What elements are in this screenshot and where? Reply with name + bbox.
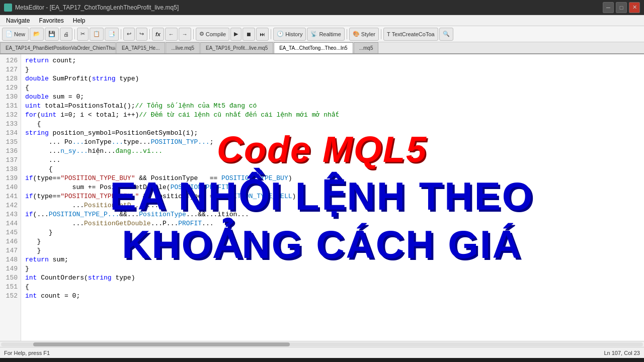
app-icon [4, 4, 12, 12]
sep5 [271, 29, 271, 39]
search-icon: 🔍 [443, 31, 450, 37]
window-title: MetaEditor - [EA_TAP17_ChotTongLenhTheoP… [15, 4, 179, 11]
textcreate-button[interactable]: T TextCreateCoToa [383, 28, 438, 41]
title-bar: MetaEditor - [EA_TAP17_ChotTongLenhTheoP… [0, 0, 644, 15]
code-line-147: } [25, 246, 640, 255]
code-line-149: } [25, 264, 640, 274]
code-line-136: ...n_sy...hiện...đang...vi... [25, 147, 640, 156]
code-line-138: { [25, 165, 640, 174]
stop-button[interactable]: ⏹ [243, 28, 255, 41]
sep2 [121, 29, 121, 39]
close-button[interactable]: ✕ [629, 2, 640, 13]
sep3 [149, 29, 150, 39]
cut-button[interactable]: ✂ [77, 28, 89, 41]
code-content[interactable]: return count; } double SumProfit(string … [21, 54, 644, 341]
tab-0[interactable]: EA_TAP14_PhanBietPositionVaOrder_ChienTh… [0, 42, 116, 53]
code-line-151: { [25, 283, 640, 292]
code-line-135: ... Po...ionType...type...POSITION_TYP..… [25, 138, 640, 147]
styler-icon: 🎨 [353, 31, 360, 37]
sep6 [347, 29, 347, 39]
code-line-133: { [25, 120, 640, 129]
code-line-129: { [25, 83, 640, 93]
forward-button[interactable]: → [179, 28, 191, 41]
toolbar: 📄 New 📂 💾 🖨 ✂ 📋 📑 ↩ ↪ fx ← → ⚙ Compile ▶… [0, 26, 644, 42]
stop-icon: ⏹ [246, 31, 252, 37]
scroll-thumb[interactable] [33, 342, 290, 346]
menu-help[interactable]: Help [69, 16, 90, 25]
undo-button[interactable]: ↩ [123, 28, 135, 41]
status-position: Ln 107, Col 23 [604, 350, 640, 356]
horizontal-scrollbar[interactable] [0, 341, 644, 347]
menu-bar: Navigate Favorites Help [0, 15, 644, 26]
copy-button[interactable]: 📋 [90, 28, 104, 41]
open-button[interactable]: 📂 [30, 28, 44, 41]
copy-icon: 📋 [93, 31, 100, 37]
code-line-128: double SumProfit(string type) [25, 74, 640, 83]
maximize-button[interactable]: □ [616, 2, 627, 13]
step-icon: ⏭ [260, 31, 265, 37]
code-line-143: if(...POSITION_TYPE_P...&&...PositionTyp… [25, 210, 640, 219]
new-icon: 📄 [6, 31, 13, 37]
cut-icon: ✂ [80, 31, 85, 37]
code-line-131: uint total=PositionsTotal();// Tổng số l… [25, 102, 640, 111]
back-button[interactable]: ← [165, 28, 178, 41]
line-numbers: 126 127 128 129 130 131 132 133 134 135 … [0, 54, 21, 341]
code-line-139: if(type=="POSITION_TYPE_BUY" && Position… [25, 174, 640, 183]
code-line-134: string position_symbol=PositionGetSymbol… [25, 129, 640, 138]
code-line-150: int CountOrders(string type) [25, 274, 640, 283]
run-button[interactable]: ▶ [230, 28, 242, 41]
code-line-130: double sum = 0; [25, 93, 640, 102]
code-line-137: ... [25, 156, 640, 165]
code-line-126: return count; [25, 56, 640, 65]
redo-button[interactable]: ↪ [136, 28, 147, 41]
styler-button[interactable]: 🎨 Styler [349, 28, 379, 41]
history-icon: 🕐 [277, 31, 284, 37]
code-line-140: sum += PositionGetDouble(POSITION_PROFIT… [25, 183, 640, 192]
code-line-152: int count = 0; [25, 292, 640, 301]
status-bar: For Help, press F1 Ln 107, Col 23 [0, 347, 644, 358]
sep7 [381, 29, 381, 39]
code-line-132: for(uint i=0; i < total; i++)// Đếm từ c… [25, 111, 640, 120]
history-button[interactable]: 🕐 History [273, 28, 306, 41]
code-line-145: } [25, 228, 640, 237]
save-button[interactable]: 💾 [45, 28, 59, 41]
realtime-button[interactable]: 📡 Realtime [307, 28, 344, 41]
code-area: 126 127 128 129 130 131 132 133 134 135 … [0, 54, 644, 341]
print-button[interactable]: 🖨 [60, 28, 72, 41]
textcreate-icon: T [387, 31, 390, 37]
compile-icon: ⚙ [199, 31, 204, 37]
step-button[interactable]: ⏭ [256, 28, 269, 41]
code-line-144: ...PositionGetDouble...P...PROFIT... [25, 219, 640, 228]
paste-icon: 📑 [108, 31, 115, 37]
menu-favorites[interactable]: Favorites [35, 16, 67, 25]
tab-3[interactable]: EA_TAP16_Profit...live.mq5 [200, 42, 273, 53]
fx-button[interactable]: fx [152, 28, 164, 41]
sep1 [74, 29, 75, 39]
tab-5[interactable]: ...mq5 [354, 42, 379, 53]
compile-button[interactable]: ⚙ Compile [196, 28, 229, 41]
code-line-141: if(type=="POSITION_TYPE_SELL" && Positio… [25, 192, 640, 201]
open-icon: 📂 [33, 31, 40, 37]
code-line-146: } [25, 237, 640, 246]
scroll-track[interactable] [1, 342, 643, 346]
status-help: For Help, press F1 [4, 350, 50, 356]
new-button[interactable]: 📄 New [2, 28, 29, 41]
tab-1[interactable]: EA_TAP15_He... [116, 42, 165, 53]
tab-4[interactable]: EA_TA...ChotTong...Theo...In5 [274, 42, 353, 53]
search-button[interactable]: 🔍 [439, 28, 453, 41]
realtime-icon: 📡 [310, 31, 317, 37]
code-line-142: ...PositionGetD...P... [25, 201, 640, 210]
save-icon: 💾 [48, 31, 55, 37]
redo-icon: ↪ [139, 31, 144, 37]
sep4 [193, 29, 194, 39]
minimize-button[interactable]: ─ [603, 2, 614, 13]
tab-2[interactable]: ...live.mq5 [166, 42, 200, 53]
code-line-127: } [25, 65, 640, 74]
run-icon: ▶ [234, 31, 238, 37]
undo-icon: ↩ [127, 31, 131, 37]
paste-button[interactable]: 📑 [105, 28, 119, 41]
print-icon: 🖨 [63, 31, 69, 37]
tabs-bar: EA_TAP14_PhanBietPositionVaOrder_ChienTh… [0, 42, 644, 54]
menu-navigate[interactable]: Navigate [2, 16, 34, 25]
code-line-148: return sum; [25, 255, 640, 264]
